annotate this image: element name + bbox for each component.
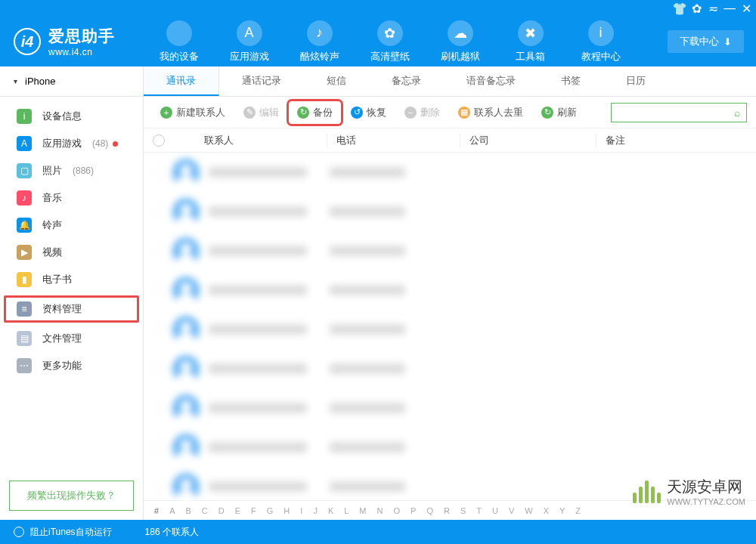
row-checkbox[interactable]: [153, 206, 165, 218]
alpha-T[interactable]: T: [476, 506, 482, 515]
tab-0[interactable]: 通讯录: [144, 66, 219, 96]
table-row[interactable]: [144, 192, 756, 231]
row-checkbox[interactable]: [153, 245, 165, 257]
alpha-Q[interactable]: Q: [426, 506, 433, 515]
dropdown-icon[interactable]: ≂: [708, 3, 718, 14]
tab-4[interactable]: 语音备忘录: [444, 66, 538, 96]
alpha-W[interactable]: W: [525, 506, 532, 515]
col-company[interactable]: 公司: [460, 134, 596, 147]
row-checkbox[interactable]: [153, 323, 165, 335]
sidebar-item-3[interactable]: ♪音乐: [0, 184, 143, 212]
table-row[interactable]: [144, 310, 756, 349]
alpha-E[interactable]: E: [235, 506, 240, 515]
alpha-P[interactable]: P: [411, 506, 416, 515]
tool-5[interactable]: ▦联系人去重: [451, 102, 531, 123]
alpha-D[interactable]: D: [218, 506, 225, 515]
sidebar-item-1[interactable]: A应用游戏(48): [0, 130, 143, 157]
alpha-Z[interactable]: Z: [575, 506, 581, 515]
alpha-J[interactable]: J: [313, 506, 318, 515]
avatar: [172, 434, 200, 461]
col-phone[interactable]: 电话: [327, 134, 460, 147]
nav-1[interactable]: A应用游戏: [214, 17, 284, 66]
table-row[interactable]: [144, 153, 756, 192]
alpha-F[interactable]: F: [251, 506, 256, 515]
alpha-H[interactable]: H: [284, 506, 290, 515]
nav-5[interactable]: ✖工具箱: [495, 17, 565, 66]
alpha-C[interactable]: C: [202, 506, 208, 515]
search-input[interactable]: [618, 107, 734, 118]
app-url: www.i4.cn: [48, 47, 115, 57]
alpha-I[interactable]: I: [300, 506, 302, 515]
row-checkbox[interactable]: [153, 284, 165, 296]
sidebar-item-8[interactable]: ▤文件管理: [0, 325, 143, 352]
faq-link[interactable]: 频繁出现操作失败？: [9, 481, 134, 511]
alpha-L[interactable]: L: [344, 506, 349, 515]
sidebar-icon: 🔔: [17, 218, 32, 233]
tool-icon: ✎: [243, 107, 256, 119]
alpha-G[interactable]: G: [267, 506, 274, 515]
search-box[interactable]: ⌕: [611, 103, 747, 122]
minimize-icon[interactable]: —: [724, 3, 735, 14]
header: i4 爱思助手 www.i4.cn 我的设备A应用游戏♪酷炫铃声✿高清壁纸☁刷机…: [0, 17, 756, 66]
alpha-S[interactable]: S: [460, 506, 466, 515]
alpha-M[interactable]: M: [359, 506, 366, 515]
row-checkbox[interactable]: [153, 166, 165, 178]
avatar: [172, 473, 200, 500]
search-icon[interactable]: ⌕: [734, 107, 740, 119]
close-icon[interactable]: ✕: [741, 3, 751, 14]
sidebar-item-0[interactable]: i设备信息: [0, 103, 143, 130]
download-center-button[interactable]: 下载中心 ⬇: [668, 30, 744, 53]
tool-icon: ▦: [458, 107, 470, 119]
nav-4[interactable]: ☁刷机越狱: [425, 17, 495, 66]
alpha-A[interactable]: A: [169, 506, 175, 515]
alpha-X[interactable]: X: [544, 506, 549, 515]
col-contact[interactable]: 联系人: [175, 134, 327, 147]
table-row[interactable]: [144, 428, 756, 467]
alpha-B[interactable]: B: [185, 506, 191, 515]
logo: i4 爱思助手 www.i4.cn: [0, 26, 129, 57]
row-checkbox[interactable]: [153, 481, 165, 493]
sidebar-item-9[interactable]: ⋯更多功能: [0, 352, 143, 379]
table-row[interactable]: [144, 270, 756, 310]
table-row[interactable]: [144, 388, 756, 428]
select-all-checkbox[interactable]: [153, 134, 165, 147]
nav-3[interactable]: ✿高清壁纸: [355, 17, 425, 66]
tool-3[interactable]: ↺恢复: [343, 102, 394, 123]
alpha-V[interactable]: V: [509, 506, 514, 515]
alpha-Y[interactable]: Y: [559, 506, 565, 515]
nav-0[interactable]: 我的设备: [144, 17, 214, 66]
sidebar-item-2[interactable]: ▢照片(886): [0, 157, 143, 184]
tool-2[interactable]: ↻备份: [290, 102, 340, 123]
tab-2[interactable]: 短信: [304, 66, 369, 96]
alpha-#[interactable]: #: [154, 506, 159, 515]
sidebar-item-4[interactable]: 🔔铃声: [0, 212, 143, 239]
tab-6[interactable]: 日历: [603, 66, 668, 96]
tab-3[interactable]: 备忘录: [369, 66, 444, 96]
alpha-U[interactable]: U: [492, 506, 498, 515]
tab-5[interactable]: 书签: [538, 66, 603, 96]
row-checkbox[interactable]: [153, 402, 165, 414]
tool-6[interactable]: ↻刷新: [534, 102, 584, 123]
row-checkbox[interactable]: [153, 363, 165, 375]
nav-6[interactable]: i教程中心: [565, 17, 636, 66]
tool-0[interactable]: +新建联系人: [153, 102, 233, 123]
sidebar-item-5[interactable]: ▶视频: [0, 239, 143, 266]
sidebar-item-6[interactable]: ▮电子书: [0, 266, 143, 293]
alpha-K[interactable]: K: [328, 506, 333, 515]
gear-icon[interactable]: ✿: [691, 3, 702, 14]
col-note[interactable]: 备注: [596, 134, 747, 147]
nav-icon: ☁: [448, 20, 473, 46]
table-row[interactable]: [144, 231, 756, 270]
tab-1[interactable]: 通话记录: [219, 66, 304, 96]
alpha-O[interactable]: O: [393, 506, 400, 515]
shirt-icon[interactable]: 👕: [674, 3, 685, 14]
sidebar-item-7[interactable]: ≡资料管理: [4, 295, 139, 323]
table-row[interactable]: [144, 349, 756, 388]
alpha-N[interactable]: N: [377, 506, 383, 515]
nav-2[interactable]: ♪酷炫铃声: [284, 17, 355, 66]
watermark: 天源安卓网 WWW.TYTYAZ.COM: [633, 477, 745, 506]
alpha-R[interactable]: R: [444, 506, 450, 515]
row-checkbox[interactable]: [153, 441, 165, 453]
itunes-toggle[interactable]: 阻止iTunes自动运行: [14, 526, 112, 539]
device-selector[interactable]: iPhone: [0, 66, 143, 97]
